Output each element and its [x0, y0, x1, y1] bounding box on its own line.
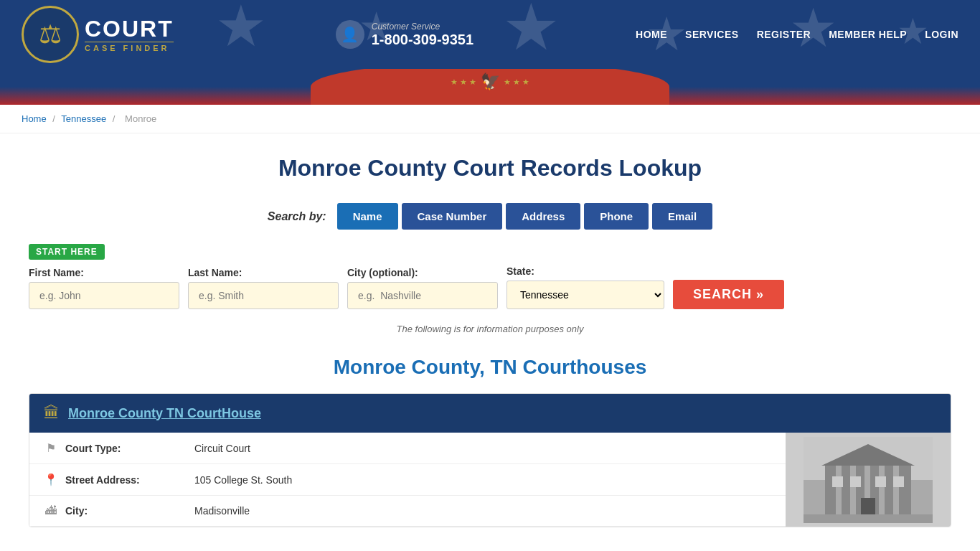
street-address-value: 105 College St. South	[194, 474, 292, 486]
courthouse-image	[786, 433, 951, 527]
street-address-label: Street Address:	[65, 474, 187, 486]
last-name-label: Last Name:	[188, 267, 339, 278]
nav-login[interactable]: LOGIN	[925, 29, 958, 40]
svg-rect-10	[832, 476, 843, 487]
last-name-group: Last Name:	[188, 267, 339, 309]
court-type-value: Circuit Court	[194, 443, 250, 454]
courthouses-section-title: Monroe County, TN Courthouses	[29, 356, 951, 379]
city-row: 🏙 City: Madisonville	[29, 496, 786, 527]
breadcrumb-sep1: /	[52, 113, 55, 124]
svg-rect-12	[875, 476, 886, 487]
start-here-badge: START HERE	[29, 244, 105, 260]
city-group: City (optional):	[347, 267, 498, 309]
logo-emblem: ⚖	[22, 6, 79, 63]
info-note: The following is for information purpose…	[29, 324, 951, 334]
svg-rect-9	[861, 498, 875, 516]
first-name-group: First Name:	[29, 267, 179, 309]
courthouse-body: ⚑ Court Type: Circuit Court 📍 Street Add…	[29, 433, 951, 527]
customer-service: 👤 Customer Service 1-800-309-9351	[336, 20, 473, 49]
court-type-row: ⚑ Court Type: Circuit Court	[29, 433, 786, 464]
tab-name[interactable]: Name	[337, 203, 398, 230]
state-label: State:	[507, 265, 664, 277]
courthouse-card: 🏛 Monroe County TN CourtHouse ⚑ Court Ty…	[29, 393, 951, 527]
cs-number: 1-800-309-9351	[372, 32, 473, 48]
breadcrumb: Home / Tennessee / Monroe	[0, 105, 980, 133]
logo-subtitle-text: CASE FINDER	[85, 42, 174, 52]
svg-rect-4	[836, 466, 842, 516]
courthouse-name[interactable]: Monroe County TN CourtHouse	[68, 406, 261, 421]
city-input[interactable]	[347, 282, 498, 309]
tab-case-number[interactable]: Case Number	[402, 203, 503, 230]
nav-register[interactable]: REGISTER	[757, 29, 811, 40]
svg-rect-11	[850, 476, 861, 487]
svg-rect-14	[804, 514, 933, 523]
breadcrumb-county: Monroe	[125, 113, 156, 124]
nav-services[interactable]: SERVICES	[685, 29, 739, 40]
city-icon: 🏙	[44, 504, 58, 517]
search-by-row: Search by: Name Case Number Address Phon…	[29, 203, 951, 230]
courthouse-building-icon: 🏛	[44, 404, 60, 423]
svg-rect-5	[850, 466, 856, 516]
state-group: State: Tennessee Alabama Alaska Arizona …	[507, 265, 664, 309]
main-nav: HOME SERVICES REGISTER MEMBER HELP LOGIN	[636, 29, 958, 40]
first-name-label: First Name:	[29, 267, 179, 278]
site-logo[interactable]: ⚖ COURT CASE FINDER	[22, 6, 174, 63]
street-address-row: 📍 Street Address: 105 College St. South	[29, 464, 786, 496]
state-select[interactable]: Tennessee Alabama Alaska Arizona Arkansa…	[507, 281, 664, 309]
courthouse-header: 🏛 Monroe County TN CourtHouse	[29, 394, 951, 433]
eagle-emblem: ★ ★ ★ 🦅 ★ ★ ★	[451, 72, 529, 91]
tab-address[interactable]: Address	[506, 203, 580, 230]
last-name-input[interactable]	[188, 282, 339, 309]
breadcrumb-home[interactable]: Home	[22, 113, 47, 124]
svg-rect-8	[893, 466, 899, 516]
first-name-input[interactable]	[29, 282, 179, 309]
tab-phone[interactable]: Phone	[584, 203, 649, 230]
tab-email[interactable]: Email	[652, 203, 712, 230]
search-button[interactable]: SEARCH »	[673, 280, 784, 309]
address-icon: 📍	[44, 473, 58, 486]
phone-icon: 👤	[336, 20, 364, 49]
svg-rect-7	[879, 466, 885, 516]
page-title: Monroe County Court Records Lookup	[29, 155, 951, 182]
cs-label: Customer Service	[372, 22, 473, 32]
city-label: City (optional):	[347, 267, 498, 278]
courthouse-info: ⚑ Court Type: Circuit Court 📍 Street Add…	[29, 433, 786, 527]
court-type-label: Court Type:	[65, 443, 187, 454]
search-form: First Name: Last Name: City (optional): …	[29, 265, 951, 309]
eagle-stars: ★ ★ ★ 🦅 ★ ★ ★	[451, 72, 529, 91]
search-by-label: Search by:	[268, 210, 326, 223]
nav-member-help[interactable]: MEMBER HELP	[829, 29, 907, 40]
city-row-label: City:	[65, 505, 187, 517]
breadcrumb-state[interactable]: Tennessee	[61, 113, 106, 124]
logo-court-text: COURT	[85, 17, 174, 40]
court-type-icon: ⚑	[44, 441, 58, 455]
svg-rect-13	[893, 476, 904, 487]
city-row-value: Madisonville	[194, 505, 250, 517]
breadcrumb-sep2: /	[113, 113, 116, 124]
nav-home[interactable]: HOME	[636, 29, 667, 40]
